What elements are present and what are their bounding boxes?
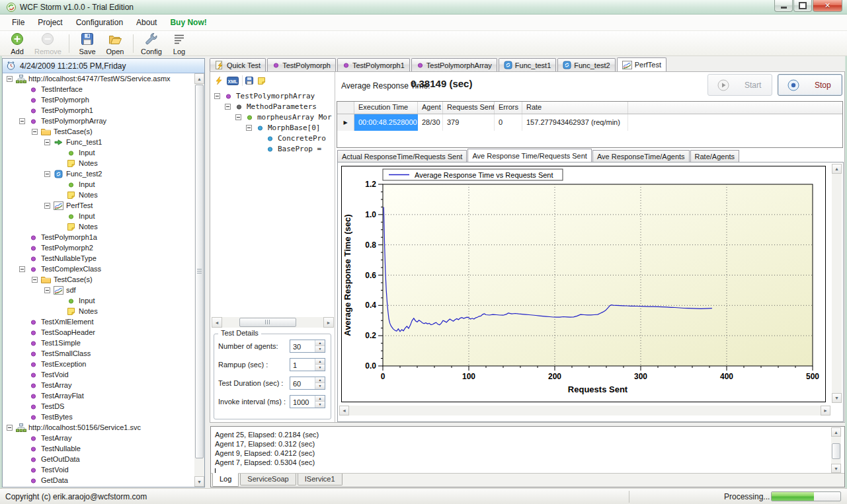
tree-item[interactable]: TestSmallClass [3,348,194,359]
config-button[interactable]: Config [138,31,165,56]
log-tab-servicesoap[interactable]: ServiceSoap [240,474,296,486]
grid-cell[interactable]: 379 [443,114,495,131]
collapse-toggle[interactable] [44,171,50,177]
tree-item[interactable]: GetData [3,475,194,486]
tree-item[interactable]: ConcretePro [212,133,334,143]
menu-item-about[interactable]: About [130,16,163,29]
scroll-right-icon[interactable]: ► [323,317,334,328]
tree-item[interactable]: TestArray [3,380,194,390]
menu-item-project[interactable]: Project [31,16,69,29]
chart-tab-ave-response-time-requests-sent[interactable]: Ave Response Time/Requests Sent [467,149,591,162]
param-hscrollbar[interactable]: ◄ ► [212,317,334,328]
tree-item[interactable]: TestNullable [3,443,194,454]
column-header-execution-time[interactable]: Execution Time [354,102,418,114]
restore-button[interactable] [793,0,812,12]
collapse-toggle[interactable] [44,203,50,209]
invoke-icon[interactable] [214,76,223,85]
spin-down-icon[interactable]: ▼ [315,346,325,352]
scrollbar-thumb[interactable] [832,443,840,459]
grid-cell[interactable]: 0 [495,114,522,131]
tree-item[interactable]: TestDS [3,401,194,412]
spin-up-icon[interactable]: ▲ [315,377,325,384]
tab-testpolymorph1[interactable]: TestPolymorph1 [337,58,410,71]
tree-item[interactable]: Input [3,211,194,221]
log-tab-log[interactable]: Log [212,473,239,487]
tree-item[interactable]: TestBytes [3,412,194,422]
column-header-agent[interactable]: Agent [418,102,443,114]
chart-vscrollbar[interactable]: ▲ ▼ [832,164,842,403]
collapse-toggle[interactable] [19,266,25,272]
tree-item[interactable]: TestVoid [3,464,194,475]
tree-item[interactable]: MethodParameters [212,101,334,112]
spin-up-icon[interactable]: ▲ [315,340,325,347]
collapse-toggle[interactable] [7,76,13,82]
rampup-sec-input[interactable]: 1▲▼ [290,358,325,371]
tree-item[interactable]: Input [3,147,194,158]
tree-item[interactable]: Notes [3,158,194,168]
spinner-buttons[interactable]: ▲▼ [315,359,325,371]
scroll-up-icon[interactable]: ▲ [194,73,204,84]
spinner-buttons[interactable]: ▲▼ [315,377,325,389]
spin-down-icon[interactable]: ▼ [315,365,325,371]
tree-item[interactable]: TestPolymorph2 [3,242,194,253]
menu-item-file[interactable]: File [5,16,31,29]
collapse-toggle[interactable] [44,139,50,145]
collapse-toggle[interactable] [225,104,231,110]
tab-quick-test[interactable]: Quick Test [210,58,266,71]
column-header-requests-sent[interactable]: Requests Sent [443,102,495,114]
add-button[interactable]: Add [3,31,31,56]
invoke-interval-ms-input[interactable]: 1000▲▼ [290,395,325,408]
tree-item[interactable]: GetOutData [3,454,194,464]
scroll-down-icon[interactable]: ▼ [832,393,842,403]
tree-item[interactable]: TestPolymorphArray [3,116,194,126]
tab-func-test2[interactable]: Func_test2 [557,58,615,71]
tree-item[interactable]: PerfTest [3,200,194,211]
tree-item[interactable]: TestArray [3,433,194,443]
chart-tab-rate-agents[interactable]: Rate/Agents [690,150,740,162]
tree-item[interactable]: TestPolymorph1 [3,105,194,116]
scroll-up-icon[interactable]: ▲ [831,427,841,437]
log-output[interactable]: Agent 25, Elapsed: 0.2184 (sec)Agent 17,… [211,430,826,467]
notes-icon[interactable] [257,77,266,85]
grid-row[interactable]: ▶00:00:48.252800028/303790157.2779434629… [337,114,842,131]
tree-item[interactable]: TestNullableType [3,253,194,264]
spinner-buttons[interactable]: ▲▼ [315,340,325,352]
chart-hscrollbar[interactable]: ◄ ► [339,406,830,415]
scroll-right-icon[interactable]: ► [821,406,830,415]
grid-cell[interactable]: 00:00:48.2528000 [354,114,418,131]
spin-down-icon[interactable]: ▼ [315,383,325,389]
chart-tab-actual-responsetime-requests-sent[interactable]: Actual ResponseTime/Requests Sent [337,150,467,162]
collapse-toggle[interactable] [19,118,25,124]
spin-up-icon[interactable]: ▲ [315,396,325,402]
number-of-agents-input[interactable]: 30▲▼ [290,340,325,353]
tree-scrollbar[interactable]: ▲ ▼ [194,73,204,487]
column-header-errors[interactable]: Errors [495,102,522,114]
tree-item[interactable]: http://localhost:50156/Service1.svc [3,422,194,433]
collapse-toggle[interactable] [246,125,252,131]
tree-item[interactable]: TestSoapHeader [3,327,194,338]
tree-item[interactable]: Notes [3,221,194,232]
tree-item[interactable]: TestVoid [3,369,194,380]
log-button[interactable]: Log [165,31,193,56]
scroll-down-icon[interactable]: ▼ [831,464,841,473]
menu-item-buy-now[interactable]: Buy Now! [163,16,213,29]
scroll-down-icon[interactable]: ▼ [194,476,204,487]
tree-item[interactable]: Notes [3,306,194,316]
tree-item[interactable]: TestComplexClass [3,264,194,274]
column-header-rate[interactable]: Rate [522,102,628,114]
tab-testpolymorph[interactable]: TestPolymorph [267,58,336,71]
scrollbar-thumb[interactable] [195,85,204,458]
tree-item[interactable]: TestCase(s) [3,274,194,285]
collapse-toggle[interactable] [32,129,38,135]
tree-item[interactable]: Func_test2 [3,168,194,179]
tree-item[interactable]: morpheusArray Mor [212,112,334,122]
row-selector[interactable]: ▶ [337,114,354,131]
tree-item[interactable]: BaseProp = [212,143,334,154]
tree-item[interactable]: TestXmlElement [3,316,194,327]
stop-button[interactable]: Stop [778,74,842,96]
tree-item[interactable]: Input [3,179,194,190]
title-bar[interactable]: WCF Storm v1.0.0 - Trial Edition ✕ [0,0,847,15]
scrollbar-thumb[interactable] [239,318,296,327]
grid-cell[interactable]: 28/30 [418,114,443,131]
collapse-toggle[interactable] [44,287,50,293]
